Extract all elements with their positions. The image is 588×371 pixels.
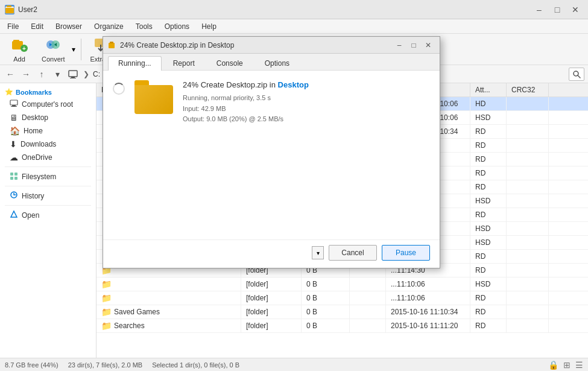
svg-rect-30 [110,42,113,43]
dialog-title-text: 24% Create Desktop.zip in Desktop [120,41,234,49]
pause-button[interactable]: Pause [382,245,430,261]
progress-row: 24% Create Desktop.zip in Desktop Runnin… [113,80,430,125]
dialog-body: 24% Create Desktop.zip in Desktop Runnin… [103,71,440,239]
progress-highlight: Desktop [278,80,309,89]
folder-shade [134,85,173,114]
progress-title: 24% Create Desktop.zip in Desktop [183,80,430,89]
dialog-title-controls: – □ ✕ [393,40,435,51]
progress-spinner [113,83,125,95]
progress-detail: Running, normal priority, 3.5 s Input: 4… [183,93,430,125]
dialog-tab-report[interactable]: Report [163,56,205,70]
progress-status-2: Input: 42.9 MB [183,104,430,115]
dialog-tab-running[interactable]: Running... [108,56,162,71]
dialog-maximize-button[interactable]: □ [407,40,420,51]
dialog-overlay: 24% Create Desktop.zip in Desktop – □ ✕ … [0,0,588,371]
dialog-title-bar: 24% Create Desktop.zip in Desktop – □ ✕ [103,37,440,54]
dialog-tab-console[interactable]: Console [206,56,253,70]
dialog-minimize-button[interactable]: – [393,40,406,51]
progress-dialog: 24% Create Desktop.zip in Desktop – □ ✕ … [103,36,440,268]
progress-status-3: Output: 9.0 MB (20%) @ 2.5 MB/s [183,114,430,125]
dialog-tab-options[interactable]: Options [254,56,300,70]
progress-title-text: 24% Create Desktop.zip in [183,80,276,89]
dialog-close-button[interactable]: ✕ [422,40,435,51]
progress-info: 24% Create Desktop.zip in Desktop Runnin… [183,80,430,125]
svg-rect-29 [109,43,115,48]
details-arrow-button[interactable]: ▾ [312,246,324,259]
cancel-button[interactable]: Cancel [329,245,377,261]
dialog-app-icon [108,41,116,49]
progress-status-1: Running, normal priority, 3.5 s [183,93,430,104]
dialog-footer: ▾ Cancel Pause [103,239,440,268]
dialog-tabs: Running... Report Console Options [103,54,440,71]
folder-animation [134,80,173,114]
